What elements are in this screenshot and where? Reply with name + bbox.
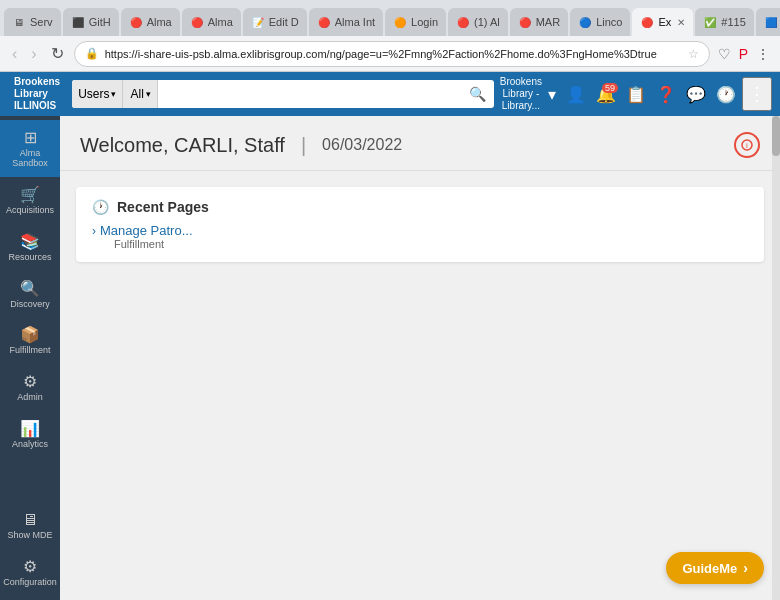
- tab-close-ex[interactable]: ✕: [677, 17, 685, 28]
- sidebar-item-fulfillment[interactable]: 📦 Fulfillment: [0, 317, 60, 364]
- tab-offic[interactable]: 🟦 Offic: [756, 8, 780, 36]
- resources-icon: 📚: [20, 232, 40, 251]
- recent-page-chevron-icon: ›: [92, 224, 96, 238]
- sidebar-item-admin[interactable]: ⚙ Admin: [0, 364, 60, 411]
- top-nav: Brookens Library ILLINOIS Users ▾ All ▾ …: [0, 72, 780, 116]
- tab-favicon-editd: 📝: [251, 15, 265, 29]
- tab-linc[interactable]: 🔵 Linco: [570, 8, 630, 36]
- tab-favicon-github: ⬛: [71, 15, 85, 29]
- main-date: 06/03/2022: [322, 136, 402, 154]
- sidebar: ⊞ Alma Sandbox 🛒 Acquisitions 📚 Resource…: [0, 116, 60, 600]
- tab-marc[interactable]: 🔴 MAR: [510, 8, 568, 36]
- sidebar-item-label-acquisitions: Acquisitions: [6, 206, 54, 216]
- sidebar-item-label-configuration: Configuration: [3, 578, 57, 588]
- user-menu-button[interactable]: ▾: [544, 81, 560, 108]
- tab-alma2[interactable]: 🔴 Alma: [182, 8, 241, 36]
- svg-text:i: i: [746, 141, 748, 150]
- search-button[interactable]: 🔍: [461, 80, 494, 108]
- title-separator: |: [301, 134, 306, 157]
- sidebar-item-alma-sandbox[interactable]: ⊞ Alma Sandbox: [0, 120, 60, 177]
- history-button[interactable]: 🕐: [712, 81, 740, 108]
- guide-me-button[interactable]: GuideMe ›: [666, 552, 764, 584]
- edit-icon: i: [741, 139, 753, 151]
- tab-favicon-linc: 🔵: [578, 15, 592, 29]
- recent-page-item: › Manage Patro... Fulfillment: [92, 223, 748, 250]
- sidebar-item-analytics[interactable]: 📊 Analytics: [0, 411, 60, 458]
- tab-alma1[interactable]: 🔴 Alma: [121, 8, 180, 36]
- acquisitions-icon: 🛒: [20, 185, 40, 204]
- lock-icon: 🔒: [85, 47, 99, 60]
- bookmark-icon[interactable]: ☆: [688, 47, 699, 61]
- url-text: https://i-share-uis-psb.alma.exlibrisgro…: [105, 48, 682, 60]
- tab-favicon-alma2: 🔴: [190, 15, 204, 29]
- search-all-label: All: [130, 87, 143, 101]
- tab-login[interactable]: 🟠 Login: [385, 8, 446, 36]
- top-nav-right: Brookens Library - Library... ▾ 👤 🔔 59 📋…: [500, 76, 772, 112]
- menu-button[interactable]: ⋮: [754, 44, 772, 64]
- sidebar-item-acquisitions[interactable]: 🛒 Acquisitions: [0, 177, 60, 224]
- hamburger-menu[interactable]: ⋮: [742, 77, 772, 111]
- body-area: ⊞ Alma Sandbox 🛒 Acquisitions 📚 Resource…: [0, 116, 780, 600]
- forward-button[interactable]: ›: [27, 43, 40, 65]
- tab-favicon-serv: 🖥: [12, 15, 26, 29]
- sidebar-item-show-mde[interactable]: 🖥 Show MDE: [0, 503, 60, 549]
- recent-pages-header: 🕐 Recent Pages: [92, 199, 748, 215]
- sidebar-item-label-fulfillment: Fulfillment: [9, 346, 50, 356]
- all-dropdown-icon: ▾: [146, 89, 151, 99]
- sidebar-bottom: 🖥 Show MDE ⚙ Configuration: [0, 503, 60, 596]
- recent-pages-title: Recent Pages: [117, 199, 209, 215]
- tab-favicon-login: 🟠: [393, 15, 407, 29]
- pinterest-icon[interactable]: P: [737, 44, 750, 64]
- tab-1159[interactable]: ✅ #115: [695, 8, 753, 36]
- back-button[interactable]: ‹: [8, 43, 21, 65]
- tab-almaint[interactable]: 🔴 Alma Int: [309, 8, 383, 36]
- search-area: Users ▾ All ▾ 🔍: [72, 80, 494, 108]
- scrollbar-track[interactable]: [772, 116, 780, 600]
- tab-github[interactable]: ⬛ GitH: [63, 8, 119, 36]
- tab-ex[interactable]: 🔴 Ex ✕: [632, 8, 693, 36]
- scrollbar-thumb[interactable]: [772, 116, 780, 156]
- address-bar[interactable]: 🔒 https://i-share-uis-psb.alma.exlibrisg…: [74, 41, 710, 67]
- heart-icon[interactable]: ♡: [716, 44, 733, 64]
- tab-serv[interactable]: 🖥 Serv: [4, 8, 61, 36]
- notifications-button[interactable]: 🔔 59: [592, 81, 620, 108]
- institution-name[interactable]: Brookens Library - Library...: [500, 76, 542, 112]
- sidebar-item-resources[interactable]: 📚 Resources: [0, 224, 60, 271]
- help-button[interactable]: ❓: [652, 81, 680, 108]
- logo-area: Brookens Library ILLINOIS: [8, 76, 66, 112]
- user-icon-button[interactable]: 👤: [562, 81, 590, 108]
- tab-favicon-alma1: 🔴: [129, 15, 143, 29]
- tab-bar: 🖥 Serv ⬛ GitH 🔴 Alma 🔴 Alma 📝 Edit D 🔴 A…: [0, 0, 780, 36]
- refresh-button[interactable]: ↻: [47, 42, 68, 65]
- recent-page-link[interactable]: Manage Patro...: [100, 223, 193, 238]
- alma-sandbox-icon: ⊞: [24, 128, 37, 147]
- tab-al1[interactable]: 🔴 (1) Al: [448, 8, 508, 36]
- tab-favicon-al1: 🔴: [456, 15, 470, 29]
- sidebar-item-label-admin: Admin: [17, 393, 43, 403]
- sidebar-item-label-resources: Resources: [8, 253, 51, 263]
- discovery-icon: 🔍: [20, 279, 40, 298]
- browser-chrome: 🖥 Serv ⬛ GitH 🔴 Alma 🔴 Alma 📝 Edit D 🔴 A…: [0, 0, 780, 72]
- sidebar-item-discovery[interactable]: 🔍 Discovery: [0, 271, 60, 318]
- tab-editd[interactable]: 📝 Edit D: [243, 8, 307, 36]
- chat-button[interactable]: 💬: [682, 81, 710, 108]
- configuration-icon: ⚙: [23, 557, 37, 576]
- recent-pages-panel: 🕐 Recent Pages › Manage Patro... Fulfill…: [76, 187, 764, 262]
- search-scope-selector[interactable]: Users ▾: [72, 80, 123, 108]
- guide-me-label: GuideMe: [682, 561, 737, 576]
- page-title: Welcome, CARLI, Staff: [80, 134, 285, 157]
- sidebar-item-configuration[interactable]: ⚙ Configuration: [0, 549, 60, 596]
- search-all-selector[interactable]: All ▾: [124, 80, 157, 108]
- tasks-button[interactable]: 📋: [622, 81, 650, 108]
- search-input[interactable]: [158, 80, 461, 108]
- app: Brookens Library ILLINOIS Users ▾ All ▾ …: [0, 72, 780, 600]
- tab-favicon-offic: 🟦: [764, 15, 778, 29]
- sidebar-item-label-discovery: Discovery: [10, 300, 50, 310]
- main-header: Welcome, CARLI, Staff | 06/03/2022 i: [60, 116, 780, 171]
- sidebar-item-label-analytics: Analytics: [12, 440, 48, 450]
- sidebar-item-label-alma-sandbox: Alma Sandbox: [4, 149, 56, 169]
- edit-button[interactable]: i: [734, 132, 760, 158]
- guide-me-arrow-icon: ›: [743, 560, 748, 576]
- fulfillment-icon: 📦: [20, 325, 40, 344]
- show-mde-icon: 🖥: [22, 511, 38, 529]
